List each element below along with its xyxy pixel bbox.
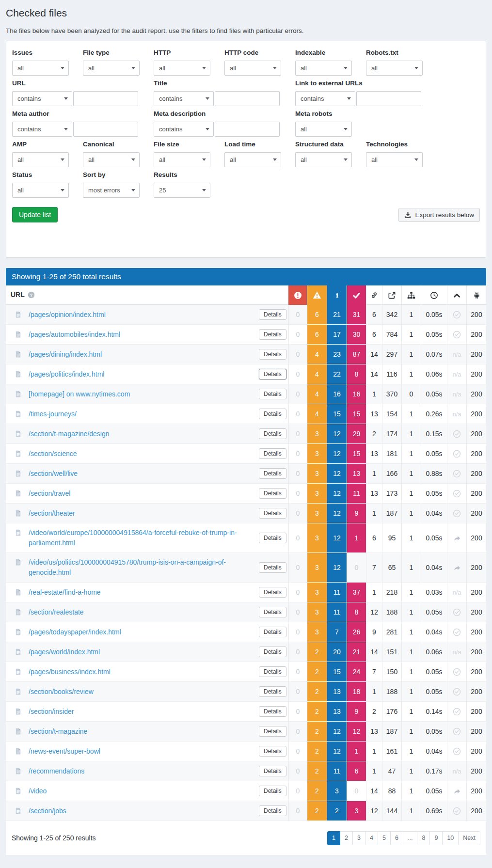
url-link[interactable]: /section/insider [29, 707, 253, 717]
filter-select-load-time[interactable]: all [224, 152, 281, 167]
filter-select-canonical[interactable]: all [83, 152, 140, 167]
url-link[interactable]: /real-estate/find-a-home [29, 587, 253, 598]
cell-external-links-value: 281 [386, 628, 397, 636]
filter-select-robots-txt[interactable]: all [366, 61, 423, 76]
filter-select-title[interactable]: contains [154, 91, 214, 106]
details-button[interactable]: Details [259, 468, 286, 479]
url-link[interactable]: /pages/automobiles/index.html [29, 330, 253, 340]
cell-info: 12 [327, 722, 347, 742]
cell-errors: 0 [288, 404, 307, 424]
filter-select-status[interactable]: all [12, 183, 69, 198]
pagination-page-2[interactable]: 2 [340, 831, 353, 845]
details-button[interactable]: Details [259, 329, 286, 340]
pagination-page-1[interactable]: 1 [327, 831, 340, 845]
url-link[interactable]: /section/jobs [29, 806, 253, 816]
cell-http-code: 200 [466, 642, 486, 662]
url-link[interactable]: /pages/politics/index.html [29, 369, 253, 379]
filter-select-meta-robots[interactable]: all [295, 122, 352, 137]
filter-select-results[interactable]: 25 [154, 183, 210, 198]
pagination-page-3[interactable]: 3 [352, 831, 365, 845]
help-icon[interactable]: ? [28, 291, 35, 299]
url-link[interactable]: [homepage] on www.nytimes.com [29, 389, 253, 399]
details-button[interactable]: Details [259, 766, 286, 776]
url-link[interactable]: /section/t-magazine/design [29, 429, 253, 439]
url-link[interactable]: /video/world/europe/100000004915864/a-fo… [29, 528, 253, 548]
details-button[interactable]: Details [259, 488, 286, 499]
url-link[interactable]: /pages/business/index.html [29, 667, 253, 677]
pagination-page-10[interactable]: 10 [442, 831, 459, 845]
update-list-button[interactable]: Update list [12, 207, 58, 222]
export-results-button[interactable]: Export results below [398, 208, 480, 222]
details-button[interactable]: Details [259, 805, 286, 816]
cell-links-value: 14 [370, 370, 378, 378]
details-button[interactable]: Details [259, 666, 286, 677]
url-link[interactable]: /pages/dining/index.html [29, 349, 253, 360]
filter-input-url[interactable] [73, 91, 138, 106]
url-link[interactable]: /section/theater [29, 508, 253, 519]
table-row: /video/world/europe/100000004915864/a-fo… [6, 523, 486, 553]
url-link[interactable]: /pages/world/index.html [29, 647, 253, 657]
details-button[interactable]: Details [259, 786, 286, 796]
url-link[interactable]: /section/realestate [29, 607, 253, 617]
url-link[interactable]: /section/t-magazine [29, 726, 253, 737]
filter-select-file-type[interactable]: all [83, 61, 140, 76]
filter-select-url[interactable]: contains [12, 91, 72, 106]
details-button[interactable]: Details [259, 587, 286, 598]
details-cell: Details [256, 464, 288, 484]
url-link[interactable]: /section/books/review [29, 687, 253, 697]
pagination-page-9[interactable]: 9 [429, 831, 443, 845]
details-button[interactable]: Details [259, 533, 286, 543]
url-cell: [homepage] on www.nytimes.com [6, 384, 256, 404]
pagination-page-6[interactable]: 6 [390, 831, 403, 845]
filter-select-amp[interactable]: all [12, 152, 69, 167]
cell-errors: 0 [288, 384, 307, 404]
filter-select-structured-data[interactable]: all [295, 152, 352, 167]
pagination-page-4[interactable]: 4 [365, 831, 378, 845]
filter-select-meta-description[interactable]: contains [154, 122, 214, 137]
filter-select-link-to-external-urls[interactable]: contains [295, 91, 355, 106]
details-button[interactable]: Details [259, 349, 286, 360]
details-button[interactable]: Details [259, 428, 286, 439]
filter-select-meta-author[interactable]: contains [12, 122, 72, 137]
url-link[interactable]: /video/us/politics/100000004915780/trump… [29, 557, 253, 578]
filter-select-indexable[interactable]: all [295, 61, 352, 76]
filter-select-sort-by[interactable]: most errors [83, 183, 140, 198]
url-link[interactable]: /section/travel [29, 489, 253, 499]
url-link[interactable]: /section/well/live [29, 469, 253, 479]
url-link[interactable]: /pages/opinion/index.html [29, 310, 253, 320]
details-button[interactable]: Details [259, 607, 286, 617]
pagination-next-button[interactable]: Next [458, 831, 480, 845]
details-button[interactable]: Details [259, 746, 286, 757]
url-link[interactable]: /video [29, 786, 253, 796]
pagination-page-8[interactable]: 8 [417, 831, 430, 845]
filter-input-link-to-external-urls[interactable] [356, 91, 421, 106]
url-link[interactable]: /news-event/super-bowl [29, 746, 253, 757]
details-button[interactable]: Details [259, 448, 286, 459]
filter-input-title[interactable] [215, 91, 280, 106]
details-button[interactable]: Details [259, 686, 286, 697]
filter-select-technologies[interactable]: all [366, 152, 423, 167]
filter-select-http[interactable]: all [154, 61, 210, 76]
details-button[interactable]: Details [259, 627, 286, 637]
column-header-chevron-up [447, 285, 466, 305]
filter-input-meta-author[interactable] [73, 122, 138, 137]
url-link[interactable]: /pages/todayspaper/index.html [29, 627, 253, 637]
url-link[interactable]: /times-journeys/ [29, 409, 253, 419]
details-button[interactable]: Details [259, 508, 286, 519]
details-button[interactable]: Details [259, 647, 286, 657]
filter-select-issues[interactable]: all [12, 61, 69, 76]
filter-select-file-size[interactable]: all [154, 152, 210, 167]
details-button[interactable]: Details [259, 706, 286, 717]
filter-input-meta-description[interactable] [215, 122, 280, 137]
details-button[interactable]: Details [259, 389, 286, 399]
pagination-page-5[interactable]: 5 [378, 831, 391, 845]
url-link[interactable]: /recommendations [29, 766, 253, 776]
details-button[interactable]: Details [259, 369, 286, 379]
details-button[interactable]: Details [259, 409, 286, 419]
details-button[interactable]: Details [259, 726, 286, 737]
details-button[interactable]: Details [259, 562, 286, 573]
url-link[interactable]: /section/science [29, 449, 253, 459]
filter-select-http-code[interactable]: all [224, 61, 281, 76]
details-button[interactable]: Details [259, 309, 286, 320]
cell-warnings-value: 2 [315, 708, 319, 715]
